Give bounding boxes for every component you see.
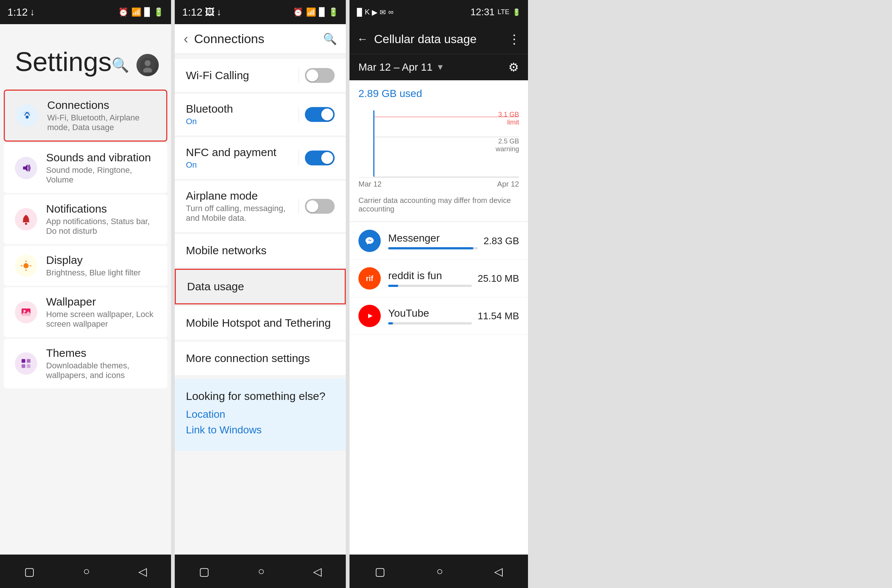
usage-gb-used: 2.89 GB used (359, 88, 519, 100)
sounds-text: Sounds and vibration Sound mode, Rington… (46, 151, 156, 185)
photo-icon: 🖼 (205, 6, 215, 18)
themes-icon (15, 352, 37, 375)
more-options-icon[interactable]: ⋮ (508, 32, 521, 46)
status-time-3: 12:31 (470, 6, 494, 18)
youtube-icon-small: ▶ (372, 8, 377, 17)
bluetooth-toggle-group (293, 107, 335, 122)
settings-item-notifications[interactable]: Notifications App notifications, Status … (4, 194, 167, 244)
lte-icon: LTE (497, 8, 509, 16)
display-subtitle: Brightness, Blue light filter (46, 268, 141, 278)
looking-title: Looking for something else? (186, 390, 335, 402)
nfc-toggle[interactable] (305, 150, 335, 165)
settings-gear-icon[interactable]: ⚙ (508, 60, 519, 74)
svg-point-1 (145, 60, 150, 66)
airplane-item[interactable]: Airplane mode Turn off calling, messagin… (175, 180, 346, 232)
data-usage-item[interactable]: Data usage (175, 269, 346, 304)
nav-square-icon-2[interactable]: ▢ (199, 565, 209, 578)
mail-icon: ✉ (380, 8, 386, 17)
nav-back-icon-3[interactable]: ◁ (494, 565, 503, 578)
nfc-title: NFC and payment (186, 146, 276, 159)
wifi-calling-toggle[interactable] (305, 68, 335, 83)
wallpaper-text: Wallpaper Home screen wallpaper, Lock sc… (46, 296, 156, 329)
app-usage-list: Messenger 2.83 GB rif reddit is fun 25.1… (350, 222, 528, 555)
chart-baseline (373, 177, 519, 177)
connections-title: Connections (47, 99, 155, 111)
nfc-separator (299, 150, 299, 165)
looking-link-location[interactable]: Location (186, 408, 335, 420)
limit-line (373, 117, 519, 117)
kik-icon: K (365, 8, 369, 16)
app-usage-messenger[interactable]: Messenger 2.83 GB (350, 222, 528, 260)
airplane-title: Airplane mode (186, 189, 293, 202)
svg-point-5 (23, 263, 29, 268)
nav-bar-2: ▢ ○ ◁ (175, 555, 346, 588)
bluetooth-item[interactable]: Bluetooth On (175, 93, 346, 135)
status-bar-3: ▉ K ▶ ✉ ∞ 12:31 LTE 🔋 (350, 0, 528, 24)
search-icon-2[interactable]: 🔍 (323, 32, 337, 45)
bluetooth-toggle[interactable] (305, 107, 335, 122)
avatar[interactable] (137, 54, 159, 76)
wallpaper-subtitle: Home screen wallpaper, Lock screen wallp… (46, 310, 156, 329)
search-icon[interactable]: 🔍 (111, 57, 129, 73)
looking-link-windows[interactable]: Link to Windows (186, 424, 335, 436)
nav-square-icon-3[interactable]: ▢ (375, 565, 385, 578)
more-connection-item[interactable]: More connection settings (175, 341, 346, 375)
settings-item-wallpaper[interactable]: Wallpaper Home screen wallpaper, Lock sc… (4, 287, 167, 337)
wifi-calling-separator (299, 68, 299, 83)
settings-item-sounds[interactable]: Sounds and vibration Sound mode, Rington… (4, 143, 167, 193)
wifi-calling-toggle-group (293, 68, 335, 83)
airplane-toggle-thumb (306, 200, 318, 212)
status-time-2: 1:12 (182, 6, 203, 18)
airplane-toggle[interactable] (305, 199, 335, 214)
app-usage-reddit[interactable]: rif reddit is fun 25.10 MB (350, 260, 528, 297)
nav-circle-icon[interactable]: ○ (83, 565, 90, 578)
nav-square-icon[interactable]: ▢ (24, 565, 35, 578)
nfc-item[interactable]: NFC and payment On (175, 137, 346, 179)
youtube-bar-fill (388, 322, 393, 324)
alarm-icon-2: ⏰ (293, 8, 303, 17)
back-icon[interactable]: ‹ (184, 31, 188, 47)
signal-icon-2: ▉ (319, 8, 325, 17)
signal-bars-icon: ▉ (357, 8, 362, 17)
status-time-1: 1:12 (8, 6, 28, 18)
bluetooth-separator (299, 107, 299, 122)
nav-circle-icon-2[interactable]: ○ (258, 565, 264, 578)
messenger-text: Messenger (388, 232, 478, 249)
wallpaper-icon (15, 301, 37, 323)
download-icon-2: ↓ (217, 6, 222, 18)
themes-title: Themes (46, 347, 156, 359)
nfc-toggle-thumb (321, 152, 333, 164)
data-usage-title: Data usage (187, 280, 333, 293)
carrier-note: Carrier data accounting may differ from … (359, 196, 519, 213)
date-range-label: Mar 12 – Apr 11 (359, 62, 432, 73)
chart-start-date: Mar 12 (359, 180, 381, 189)
nfc-subtitle: On (186, 160, 276, 170)
settings-item-display[interactable]: Display Brightness, Blue light filter (4, 246, 167, 286)
cellular-header: ← Cellular data usage ⋮ (350, 24, 528, 54)
wifi-calling-item[interactable]: Wi-Fi Calling (175, 59, 346, 92)
wifi-calling-text: Wi-Fi Calling (186, 69, 249, 82)
sounds-title: Sounds and vibration (46, 151, 156, 164)
hotspot-item[interactable]: Mobile Hotspot and Tethering (175, 306, 346, 340)
display-icon (15, 255, 37, 277)
mobile-networks-item[interactable]: Mobile networks (175, 233, 346, 267)
warning-line (373, 137, 519, 137)
nfc-toggle-group (293, 150, 335, 165)
notifications-icon (15, 208, 37, 231)
date-range-text[interactable]: Mar 12 – Apr 11 ▼ (359, 62, 444, 73)
phone-1: 1:12 ↓ ⏰ 📶 ▉ 🔋 Settings 🔍 (0, 0, 171, 588)
status-right-3: 12:31 LTE 🔋 (470, 6, 521, 18)
nav-circle-icon-3[interactable]: ○ (436, 565, 443, 578)
settings-list: Connections Wi-Fi, Bluetooth, Airplane m… (0, 88, 171, 555)
warning-label: 2.5 GB warning (496, 138, 519, 153)
messenger-bar (388, 247, 478, 249)
looking-section: Looking for something else? Location Lin… (175, 379, 346, 451)
cellular-back-icon[interactable]: ← (357, 33, 368, 45)
settings-item-connections[interactable]: Connections Wi-Fi, Bluetooth, Airplane m… (4, 90, 167, 142)
svg-point-3 (26, 116, 29, 118)
status-left-2: 1:12 🖼 ↓ (182, 6, 222, 18)
app-usage-youtube[interactable]: YouTube 11.54 MB (350, 297, 528, 335)
settings-item-themes[interactable]: Themes Downloadable themes, wallpapers, … (4, 339, 167, 388)
nav-back-icon-2[interactable]: ◁ (313, 565, 321, 578)
nav-back-icon[interactable]: ◁ (138, 565, 147, 578)
